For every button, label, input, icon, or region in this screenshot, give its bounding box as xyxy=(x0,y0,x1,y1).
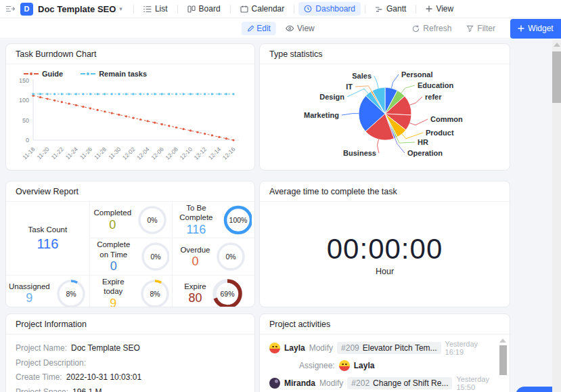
tab-separator xyxy=(416,5,416,14)
type-statistics-pie-chart: PersonalEducationreferCommonProductHROpe… xyxy=(260,64,510,170)
svg-text:11-20: 11-20 xyxy=(36,146,51,160)
legend-item-guide[interactable]: Guide xyxy=(24,70,63,78)
tab-dashboard[interactable]: Dashboard xyxy=(298,2,361,16)
svg-text:11-28: 11-28 xyxy=(93,146,108,160)
svg-text:IT: IT xyxy=(346,83,353,91)
filter-icon xyxy=(466,25,474,32)
stat-text: Overdue0 xyxy=(180,245,210,269)
stat-label: Task Count xyxy=(28,225,68,234)
activity-subrow: Assignee:Layla xyxy=(269,359,500,372)
stat-value: 80 xyxy=(188,291,202,305)
svg-text:11-18: 11-18 xyxy=(21,146,36,160)
project-logo[interactable]: D xyxy=(20,3,33,16)
tab-separator xyxy=(133,5,134,14)
refresh-button[interactable]: Refresh xyxy=(412,24,451,33)
pencil-icon xyxy=(246,25,254,32)
activity-row[interactable]: MirandaModify#202Change of Shift Re...Ye… xyxy=(269,376,500,390)
overview-cell-overdue: Overdue00% xyxy=(172,238,254,274)
progress-ring: 0% xyxy=(140,241,169,272)
view-button[interactable]: View xyxy=(280,22,320,35)
tab-label: Calendar xyxy=(252,4,285,14)
svg-text:100: 100 xyxy=(19,97,29,104)
project-title[interactable]: Doc Template SEO xyxy=(38,4,116,14)
svg-text:Design: Design xyxy=(319,93,344,101)
calendar-icon xyxy=(240,5,248,13)
view-button-label: View xyxy=(297,24,315,33)
svg-text:Product: Product xyxy=(426,129,454,137)
floating-helper-button[interactable] xyxy=(516,387,552,392)
activity-timestamp: Yesterday 16:19 xyxy=(445,340,500,356)
project-info-row: Project Description: xyxy=(16,359,245,368)
assignee-name[interactable]: Layla xyxy=(354,361,375,370)
svg-text:11-22: 11-22 xyxy=(50,146,65,160)
add-widget-button[interactable]: Widget xyxy=(510,19,561,39)
svg-text:50: 50 xyxy=(22,117,29,124)
edit-button[interactable]: Edit xyxy=(241,22,276,35)
svg-text:Common: Common xyxy=(430,115,463,123)
top-navbar: D Doc Template SEO ▾ ListBoardCalendarDa… xyxy=(0,0,561,18)
task-title: Elevator Pitch Tem... xyxy=(363,343,437,353)
progress-ring: 0% xyxy=(215,241,246,272)
panel-type-statistics: Type statistics PersonalEducationreferCo… xyxy=(259,43,510,171)
legend-item-remain-tasks[interactable]: Remain tasks xyxy=(81,70,147,78)
stat-label: To Be Complete xyxy=(175,203,217,223)
tab-view[interactable]: View xyxy=(420,2,459,16)
svg-text:12-02: 12-02 xyxy=(121,146,137,161)
activity-user-name[interactable]: Miranda xyxy=(284,378,315,388)
filter-button-label: Filter xyxy=(477,24,495,33)
mode-switch-group: Edit View xyxy=(241,19,319,38)
list-icon xyxy=(143,5,152,13)
scroll-up-icon[interactable] xyxy=(499,339,506,343)
tab-gantt[interactable]: Gantt xyxy=(369,2,411,16)
scrollbar-thumb[interactable] xyxy=(552,51,561,103)
scroll-up-icon[interactable] xyxy=(554,43,560,47)
burndown-legend: GuideRemain tasks xyxy=(6,64,254,78)
toolbar-actions: Refresh Filter Widget xyxy=(412,19,561,38)
overview-cell-complete-on-time: Complete on Time00% xyxy=(89,238,172,274)
stat-value: 0 xyxy=(109,218,116,232)
task-id: #202 xyxy=(351,378,369,388)
svg-text:11-30: 11-30 xyxy=(107,146,122,160)
activity-action: Modify xyxy=(319,378,343,388)
svg-text:0%: 0% xyxy=(226,253,236,261)
svg-text:12-06: 12-06 xyxy=(150,146,165,161)
activities-scrollbar[interactable] xyxy=(499,339,507,392)
progress-ring: 100% xyxy=(223,204,252,236)
tab-separator xyxy=(230,5,231,14)
activity-user-name[interactable]: Layla xyxy=(284,343,305,353)
info-value: 2022-10-31 10:03:01 xyxy=(66,372,141,382)
tab-label: Board xyxy=(199,4,221,14)
tab-label: Gantt xyxy=(386,4,406,14)
panel-title: Project activities xyxy=(260,314,510,334)
page-scrollbar[interactable] xyxy=(552,39,561,392)
panel-task-burndown: Task Burndown Chart GuideRemain tasks 05… xyxy=(5,43,255,171)
filter-button[interactable]: Filter xyxy=(466,24,495,33)
tab-board[interactable]: Board xyxy=(182,2,226,16)
activity-list: LaylaModify#209Elevator Pitch Tem...Yest… xyxy=(260,334,510,390)
info-label: Create Time: xyxy=(16,372,62,382)
project-switcher: D Doc Template SEO ▾ xyxy=(5,3,122,16)
sidebar-expand-icon[interactable] xyxy=(5,5,16,13)
app-root: D Doc Template SEO ▾ ListBoardCalendarDa… xyxy=(0,0,561,392)
stat-value: 9 xyxy=(110,297,116,307)
avatar xyxy=(269,343,280,353)
task-chip[interactable]: #209Elevator Pitch Tem... xyxy=(337,342,441,354)
project-info-row: Create Time:2022-10-31 10:03:01 xyxy=(16,373,245,382)
panel-average-time: Average time to complete the task 00:00:… xyxy=(259,181,510,307)
panel-project-information: Project Information Project Name:Doc Tem… xyxy=(5,313,255,392)
tab-list[interactable]: List xyxy=(138,2,173,16)
scrollbar-thumb[interactable] xyxy=(499,345,507,375)
view-tabs: ListBoardCalendarDashboardGanttView xyxy=(129,0,459,18)
svg-text:0%: 0% xyxy=(148,215,158,223)
svg-text:refer: refer xyxy=(425,93,442,101)
assignee-label: Assignee: xyxy=(299,361,335,370)
activity-row[interactable]: LaylaModify#209Elevator Pitch Tem...Yest… xyxy=(269,341,500,355)
svg-text:Marketing: Marketing xyxy=(304,111,339,119)
tab-calendar[interactable]: Calendar xyxy=(235,2,290,16)
task-chip[interactable]: #202Change of Shift Re... xyxy=(347,377,452,389)
progress-ring: 0% xyxy=(137,204,168,236)
avatar xyxy=(269,378,280,389)
overview-cell-to-be-complete: To Be Complete116100% xyxy=(172,202,254,238)
tab-label: Dashboard xyxy=(315,4,355,14)
panel-project-activities: Project activities LaylaModify#209Elevat… xyxy=(259,313,510,392)
